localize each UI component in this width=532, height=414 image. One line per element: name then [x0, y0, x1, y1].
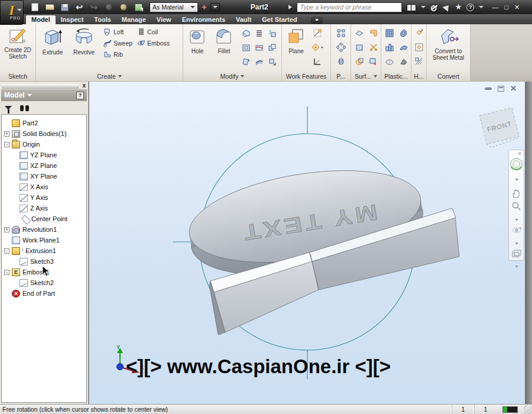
tree-item-z-axis[interactable]: Z Axis	[2, 203, 86, 214]
tab-vault[interactable]: Vault	[231, 15, 257, 24]
tree-item-sketch2[interactable]: Sketch2	[2, 277, 86, 288]
tree-item-center-point[interactable]: Center Point	[2, 214, 86, 224]
chamfer-icon[interactable]	[239, 26, 252, 40]
navbar-close-button[interactable]: ✕	[517, 151, 522, 156]
search-input[interactable]: Type a keyword or phrase	[297, 2, 402, 12]
panel-label-create[interactable]: Create	[36, 72, 183, 81]
expander-plus[interactable]: +	[4, 227, 9, 232]
h-tool-1-icon[interactable]	[412, 26, 426, 40]
trim-icon[interactable]	[366, 40, 381, 54]
direct-edit-icon[interactable]	[265, 54, 278, 69]
delete-face-icon[interactable]: x	[366, 54, 381, 69]
application-menu-button[interactable]: I PRO	[0, 0, 24, 25]
chevron-down-icon[interactable]	[479, 6, 484, 8]
appearance-dropdown[interactable]: As Material	[150, 2, 198, 12]
rest-icon[interactable]	[382, 54, 397, 69]
h-tool-3-icon[interactable]	[412, 54, 426, 69]
rib-button[interactable]: Rib	[102, 48, 134, 60]
help-icon[interactable]: ?	[466, 4, 474, 11]
panel-label-sketch[interactable]: Sketch	[0, 72, 36, 81]
minimize-button[interactable]: —	[492, 4, 498, 10]
doc-minimize-button[interactable]	[485, 88, 492, 90]
grill-icon[interactable]	[382, 26, 397, 40]
expander-minus[interactable]: -	[4, 142, 9, 147]
circular-pattern-icon[interactable]	[334, 40, 348, 54]
rib-network-icon[interactable]	[382, 40, 397, 54]
tree-item-work-plane1[interactable]: Work Plane1	[2, 235, 86, 245]
graphics-viewport[interactable]: MY TEXT MY TEXT Y	[89, 82, 525, 404]
steering-wheel-button[interactable]	[510, 157, 523, 171]
pan-button[interactable]	[511, 189, 521, 199]
wheel-options-button[interactable]	[515, 173, 518, 183]
maximize-button[interactable]: □	[504, 4, 508, 10]
work-axis-icon[interactable]	[310, 26, 325, 40]
close-button[interactable]: ✕	[514, 4, 520, 10]
tree-item-x-axis[interactable]: X Axis	[2, 182, 86, 192]
material-button[interactable]	[118, 2, 129, 12]
panel-label-work-features[interactable]: Work Features	[282, 72, 331, 81]
panel-label-pattern[interactable]: P...	[331, 72, 351, 81]
extrude-button[interactable]: Extrude	[37, 26, 68, 57]
sweep-button[interactable]: Sweep	[102, 37, 134, 48]
panel-label-convert[interactable]: Convert	[427, 72, 471, 81]
mirror-icon[interactable]	[334, 54, 348, 69]
chevron-down-icon[interactable]	[421, 6, 426, 8]
navbar-more-button[interactable]	[515, 260, 518, 270]
tab-model[interactable]: Model	[26, 15, 56, 24]
browser-close-button[interactable]: x	[82, 83, 86, 88]
undo-button[interactable]: ↩	[74, 2, 85, 12]
h-tool-2-icon[interactable]	[412, 40, 426, 54]
split-icon[interactable]	[252, 40, 265, 54]
emboss-button[interactable]: EEmboss	[135, 37, 171, 48]
combine-icon[interactable]	[265, 40, 278, 54]
orbit-button[interactable]	[511, 225, 522, 235]
offset-icon[interactable]	[352, 54, 366, 69]
work-point-icon[interactable]	[310, 40, 325, 54]
redo-button[interactable]: ↪	[89, 2, 99, 12]
tree-item-yz-plane[interactable]: YZ Plane	[2, 150, 86, 160]
communication-center-icon[interactable]	[442, 3, 451, 12]
panel-label-surface[interactable]: Surf...	[351, 72, 381, 81]
add-appearance-button[interactable]: +	[202, 3, 207, 11]
appearance-options-button[interactable]	[210, 3, 220, 11]
expand-arrow-icon[interactable]	[288, 5, 292, 9]
draft-icon[interactable]	[239, 54, 252, 69]
zoom-options-button[interactable]	[515, 213, 518, 224]
work-ucs-icon[interactable]	[310, 54, 325, 69]
lip-icon[interactable]	[397, 40, 411, 54]
snap-fit-icon[interactable]	[397, 54, 411, 69]
boundary-patch-icon[interactable]	[366, 26, 381, 40]
doc-close-button[interactable]: ✕	[510, 85, 517, 92]
expander-minus[interactable]: -	[4, 270, 9, 275]
tree-item-y-axis[interactable]: Y Axis	[2, 192, 86, 203]
orbit-options-button[interactable]	[515, 237, 518, 247]
update-button[interactable]	[133, 2, 144, 12]
panel-label-harness[interactable]: H...	[411, 72, 427, 81]
tab-get-started[interactable]: Get Started	[257, 15, 302, 24]
sculpt-icon[interactable]	[352, 40, 366, 54]
expander-plus[interactable]: +	[4, 131, 9, 137]
thread-icon[interactable]	[252, 26, 265, 40]
create-2d-sketch-button[interactable]: Create 2D Sketch	[1, 26, 34, 61]
save-button[interactable]	[59, 2, 70, 12]
tree-item-xz-plane[interactable]: XZ Plane	[2, 160, 86, 171]
tab-manage[interactable]: Manage	[116, 15, 151, 24]
search-help-icon[interactable]	[407, 4, 416, 10]
favorites-star-icon[interactable]: ★	[455, 4, 462, 11]
tab-inspect[interactable]: Inspect	[56, 15, 89, 24]
tree-item-origin[interactable]: -Origin	[2, 139, 86, 150]
tree-item-extrusion1[interactable]: -Extrusion1	[2, 245, 86, 256]
look-at-button[interactable]	[511, 249, 522, 258]
tree-item-xy-plane[interactable]: XY Plane	[2, 171, 86, 182]
loft-button[interactable]: Loft	[102, 26, 134, 37]
fillet-button[interactable]: Fillet	[210, 26, 238, 56]
revolve-button[interactable]: Revolve	[68, 26, 100, 57]
tree-item-end-of-part[interactable]: End of Part	[2, 288, 86, 299]
new-file-button[interactable]	[30, 2, 40, 12]
shell-icon[interactable]	[239, 40, 252, 54]
open-button[interactable]	[44, 2, 55, 12]
chevron-down-icon[interactable]	[27, 94, 32, 96]
filter-icon[interactable]	[5, 106, 12, 110]
select-button[interactable]	[103, 2, 114, 12]
rectangular-pattern-icon[interactable]	[334, 26, 348, 40]
